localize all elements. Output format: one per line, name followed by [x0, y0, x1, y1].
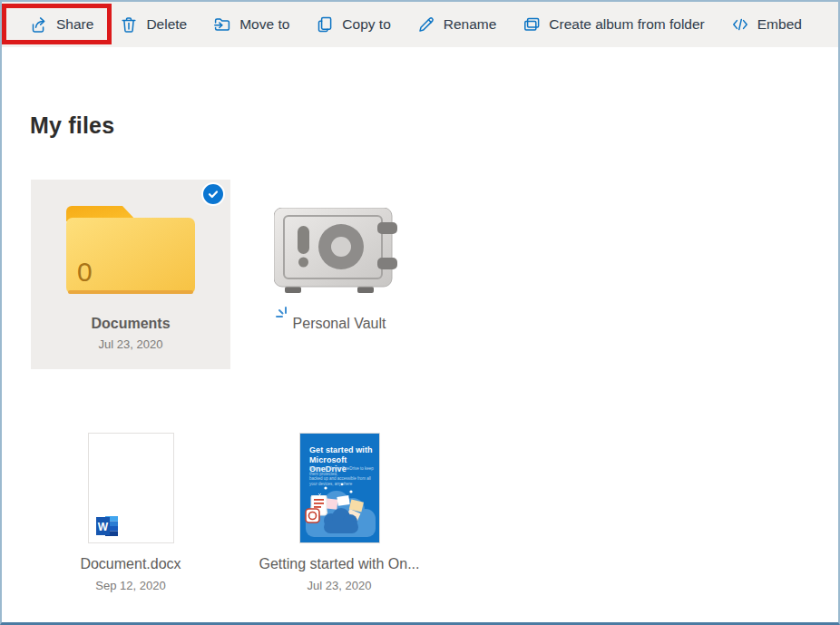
selected-check-badge[interactable] [201, 182, 225, 206]
tile-document-docx[interactable]: W Document.docx Sep 12, 2020 [31, 419, 230, 605]
pdf-thumbnail: Get started with Microsoft OneDrive Save… [299, 433, 380, 543]
command-bar: Share Delete Move to Copy [2, 2, 838, 47]
create-album-button[interactable]: Create album from folder [523, 15, 704, 34]
copy-to-button[interactable]: Copy to [316, 15, 390, 34]
word-app-icon: W [96, 515, 119, 537]
embed-button[interactable]: Embed [731, 15, 802, 34]
pdf-file-icon [305, 495, 328, 526]
tile-name: Personal Vault [239, 315, 439, 333]
delete-icon [120, 15, 138, 34]
tile-personal-vault[interactable]: Personal Vault [239, 180, 439, 369]
copy-to-label: Copy to [342, 16, 390, 33]
page-title: My files [30, 112, 114, 139]
delete-label: Delete [146, 16, 187, 33]
tile-name: Documents [31, 315, 230, 333]
check-icon [207, 188, 220, 200]
move-to-button[interactable]: Move to [213, 15, 289, 34]
rename-button[interactable]: Rename [417, 15, 497, 34]
rename-icon [417, 15, 435, 34]
tile-date: Jul 23, 2020 [239, 578, 439, 594]
word-doc-thumbnail: W [88, 433, 174, 543]
word-badge-letter: W [98, 521, 109, 533]
embed-label: Embed [757, 16, 802, 33]
move-to-icon [213, 15, 231, 34]
delete-button[interactable]: Delete [120, 15, 187, 34]
embed-icon [731, 15, 749, 34]
onedrive-window: Share Delete Move to Copy [0, 0, 840, 625]
tile-date: Jul 23, 2020 [31, 337, 230, 353]
share-icon [30, 15, 48, 34]
personal-vault-icon [274, 208, 399, 297]
share-label: Share [56, 16, 93, 33]
tile-getting-started[interactable]: Get started with Microsoft OneDrive Save… [239, 419, 439, 605]
tile-documents[interactable]: 0 Documents Jul 23, 2020 [31, 180, 230, 369]
create-album-icon [523, 15, 541, 34]
folder-item-count: 0 [77, 257, 93, 287]
move-to-label: Move to [239, 16, 289, 33]
tile-date: Sep 12, 2020 [31, 578, 230, 594]
tile-name: Document.docx [31, 555, 230, 573]
folder-icon: 0 [66, 204, 195, 296]
copy-to-icon [316, 15, 334, 34]
create-album-label: Create album from folder [549, 16, 704, 33]
tile-name: Getting started with On... [239, 555, 439, 573]
share-button[interactable]: Share [30, 15, 93, 34]
rename-label: Rename [444, 16, 497, 33]
